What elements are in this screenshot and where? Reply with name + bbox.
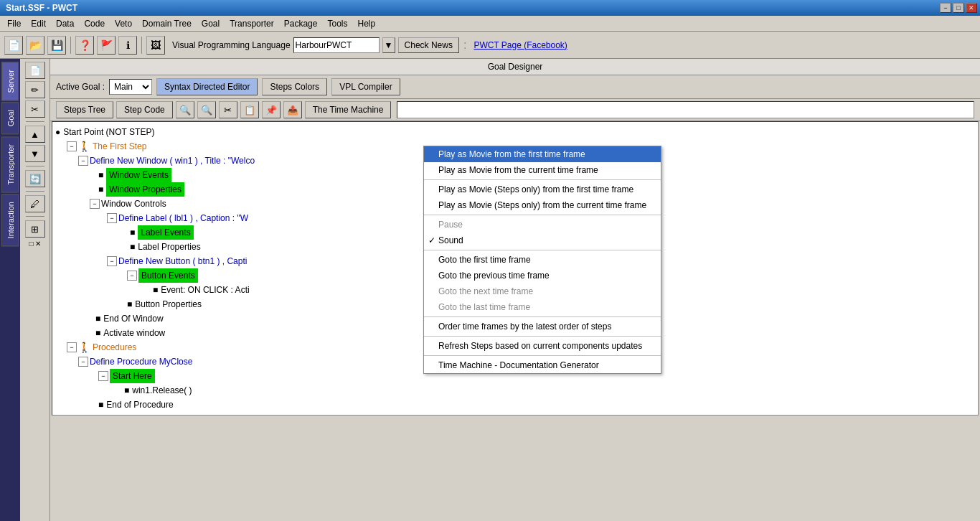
window-properties-text: Window Properties — [106, 182, 184, 197]
label-properties-text: Label Properties — [138, 240, 200, 254]
window-controls: − □ ✕ — [940, 3, 977, 13]
expand-start-here[interactable]: − — [98, 371, 108, 381]
menu-item-code[interactable]: Code — [80, 17, 109, 30]
flag-button[interactable]: 🚩 — [97, 36, 116, 55]
expand-define-procedure[interactable]: − — [78, 357, 88, 367]
new-file-button[interactable]: 📄 — [4, 36, 23, 55]
menu-item-tools[interactable]: Tools — [323, 17, 352, 30]
si-new-button[interactable]: 📄 — [25, 62, 45, 79]
zoom-in-button[interactable]: 🔍 — [176, 101, 194, 118]
first-step-text: The First Step — [93, 139, 146, 154]
dd-item-doc-gen[interactable]: Time Machine - Documentation Generator — [424, 357, 661, 373]
menu-item-transporter[interactable]: Transporter — [225, 17, 278, 30]
maximize-button[interactable]: □ — [953, 3, 964, 13]
define-button-text: Define New Button ( btn1 ) , Capti — [118, 254, 247, 268]
sidebar-tab-transporter[interactable]: Transporter — [1, 136, 19, 192]
si-refresh-button[interactable]: 🔄 — [25, 170, 45, 187]
menu-item-help[interactable]: Help — [353, 17, 380, 30]
expand-define-label[interactable]: − — [107, 213, 117, 223]
sidebar-tab-interaction[interactable]: Interaction — [1, 194, 19, 246]
goal-select[interactable]: Main — [109, 79, 152, 95]
tree-wrapper: ● Start Point (NOT STEP) − 🚶 The First S… — [50, 121, 980, 521]
menu-item-data[interactable]: Data — [52, 17, 78, 30]
syntax-directed-editor-button[interactable]: Syntax Directed Editor — [156, 78, 258, 95]
image-button[interactable]: 🖼 — [146, 36, 165, 55]
end-window-text: End Of Window — [103, 311, 163, 326]
button-events-text: Button Events — [138, 268, 198, 283]
zoom-out-button[interactable]: 🔍 — [197, 101, 216, 118]
time-machine-button[interactable]: The Time Machine — [305, 101, 392, 118]
si-x-label: ✕ — [35, 240, 41, 248]
menu-item-file[interactable]: File — [3, 17, 25, 30]
expand-define-window[interactable]: − — [78, 156, 88, 166]
si-edit-button[interactable]: ✏ — [25, 81, 45, 98]
open-button[interactable]: 📂 — [26, 36, 44, 55]
menu-item-goal[interactable]: Goal — [197, 17, 224, 30]
si-up-button[interactable]: ▲ — [25, 126, 45, 143]
title-bar: Start.SSF - PWCT − □ ✕ — [0, 0, 980, 16]
dd-separator — [424, 355, 661, 356]
check-news-button[interactable]: Check News — [398, 37, 459, 53]
dd-item-order-time[interactable]: Order time frames by the latest order of… — [424, 319, 661, 334]
si-pen-button[interactable]: 🖊 — [25, 195, 45, 212]
active-goal-label: Active Goal : — [56, 82, 105, 92]
tree-node-start: ● Start Point (NOT STEP) — [55, 125, 975, 139]
help-button[interactable]: ❓ — [75, 36, 94, 55]
tree-node-end-procedure: ■ End of Procedure — [55, 398, 975, 412]
scrollbar-area[interactable] — [397, 101, 974, 118]
activate-window-text: Activate window — [103, 326, 165, 340]
expand-button-events[interactable]: − — [127, 271, 137, 281]
vpl-input[interactable] — [293, 37, 380, 53]
expand-define-button[interactable]: − — [107, 256, 117, 266]
paste-button[interactable]: 📌 — [262, 101, 281, 118]
sidebar-tab-server[interactable]: Server — [1, 62, 19, 100]
step-code-button[interactable]: Step Code — [116, 101, 173, 118]
vpl-compiler-button[interactable]: VPL Compiler — [331, 78, 400, 95]
expand-procedures[interactable]: − — [67, 342, 77, 352]
procedures-text: Procedures — [93, 340, 136, 355]
pwct-facebook-link[interactable]: PWCT Page (Facebook) — [473, 40, 567, 50]
define-window-text: Define New Window ( win1 ) , Title : "We… — [90, 154, 255, 168]
dd-item-goto-prev[interactable]: Goto the previous time frame — [424, 268, 661, 283]
info-button[interactable]: ℹ — [118, 36, 137, 55]
menu-bar: FileEditDataCodeVetoDomain TreeGoalTrans… — [0, 16, 980, 32]
si-grid-button[interactable]: ⊞ — [25, 220, 45, 238]
dd-item-sound[interactable]: Sound — [424, 233, 661, 248]
menu-item-package[interactable]: Package — [280, 17, 322, 30]
menu-item-domain-tree[interactable]: Domain Tree — [138, 17, 196, 30]
label-events-text: Label Events — [138, 225, 193, 240]
toolbar: 📄 📂 💾 ❓ 🚩 ℹ 🖼 Visual Programming Languag… — [0, 32, 980, 59]
menu-item-edit[interactable]: Edit — [27, 17, 50, 30]
dd-item-goto-last: Goto the last time frame — [424, 299, 661, 315]
close-button[interactable]: ✕ — [966, 3, 977, 13]
content-area: Goal Designer Active Goal : Main Syntax … — [50, 59, 980, 521]
left-sidebar: Server Goal Transporter Interaction — [0, 59, 20, 521]
app-title: Start.SSF - PWCT — [3, 3, 77, 13]
dd-item-play-steps-current[interactable]: Play as Movie (Steps only) from the curr… — [424, 197, 661, 213]
steps-tree-button[interactable]: Steps Tree — [56, 101, 113, 118]
si-sep4 — [26, 216, 44, 217]
cut-button[interactable]: ✂ — [219, 101, 237, 118]
copy-button[interactable]: 📋 — [240, 101, 259, 118]
si-delete-button[interactable]: ✂ — [25, 100, 45, 118]
dd-item-refresh[interactable]: Refresh Steps based on current component… — [424, 338, 661, 354]
expand-window-controls[interactable]: − — [90, 199, 100, 209]
dd-item-play-movie-current[interactable]: Play as Movie from the current time fram… — [424, 162, 661, 178]
expand-first-step[interactable]: − — [67, 141, 77, 151]
save-button[interactable]: 💾 — [47, 36, 66, 55]
dd-item-goto-first[interactable]: Goto the first time frame — [424, 252, 661, 268]
si-down-button[interactable]: ▼ — [25, 145, 45, 162]
dd-separator — [424, 179, 661, 180]
define-label-text: Define Label ( lbl1 ) , Caption : "W — [118, 211, 248, 225]
vpl-dropdown-arrow[interactable]: ▼ — [382, 37, 395, 53]
dd-item-play-movie-first[interactable]: Play as Movie from the first time frame — [424, 146, 661, 162]
si-sep3 — [26, 191, 44, 192]
menu-item-veto[interactable]: Veto — [110, 17, 136, 30]
sidebar-tab-goal[interactable]: Goal — [1, 102, 19, 134]
export-button[interactable]: 📤 — [283, 101, 302, 118]
minimize-button[interactable]: − — [940, 3, 951, 13]
dd-item-play-steps-first[interactable]: Play as Movie (Steps only) from the firs… — [424, 182, 661, 197]
toolbar-sep1 — [70, 37, 71, 54]
steps-colors-button[interactable]: Steps Colors — [262, 78, 327, 95]
win-release-text: win1.Release( ) — [132, 383, 192, 398]
